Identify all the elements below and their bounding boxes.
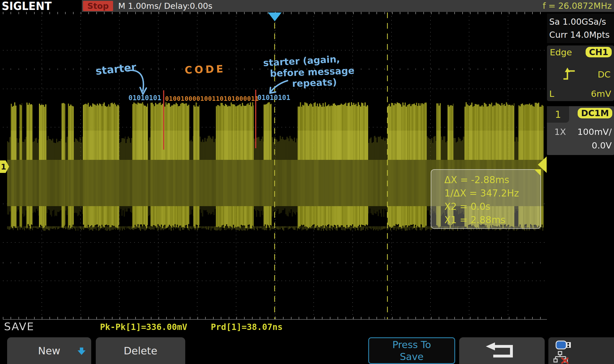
channel-1-tab: 1 bbox=[547, 106, 569, 123]
trigger-coupling-label: DC bbox=[598, 69, 611, 80]
overlay-layer: 01010101 010010000100110101000011 010101… bbox=[0, 0, 614, 364]
channel-1-number: 1 bbox=[555, 109, 561, 120]
channel-coupling-badge: DC1M bbox=[578, 108, 612, 118]
channel-1-marker-label: 1 bbox=[1, 162, 6, 171]
trigger-level-value: 6mV bbox=[591, 89, 611, 99]
menu-title: SAVE bbox=[4, 320, 34, 333]
trigger-level-letter: L bbox=[549, 89, 554, 99]
memory-depth: Curr 14.0Mpts bbox=[549, 28, 612, 41]
channel-offset: 0.0V bbox=[592, 140, 612, 150]
status-row: SAVE Pk-Pk[1]=336.00mV Prd[1]=38.07ns bbox=[0, 320, 614, 337]
back-button[interactable] bbox=[459, 337, 545, 364]
volts-per-div: 100mV/ bbox=[577, 127, 612, 137]
new-button[interactable]: New bbox=[7, 337, 91, 364]
code-label: CODE bbox=[184, 63, 226, 76]
press-to-save-button[interactable]: Press To Save bbox=[368, 337, 455, 364]
press-to-save-line1: Press To bbox=[392, 339, 431, 351]
oscilloscope-screen: SIGLENT Stop M 1.00ms/ Delay:0.00s f = 2… bbox=[0, 0, 614, 364]
cursor-box-corner-icon bbox=[534, 169, 541, 176]
trigger-position-marker[interactable] bbox=[268, 12, 282, 21]
bits-code: 010010000100110101000011 bbox=[165, 95, 259, 102]
pkpk-measurement: Pk-Pk[1]=336.00mV bbox=[100, 322, 187, 332]
period-measurement: Prd[1]=38.07ns bbox=[211, 322, 283, 332]
cursor-delta-x: ΔX = -2.88ms bbox=[444, 173, 540, 187]
down-arrow-icon bbox=[77, 347, 86, 355]
soft-menu-bar: New Delete Press To Save bbox=[0, 337, 614, 364]
code-start-marker-line bbox=[163, 90, 164, 150]
starter-again-label-line3: repeats) bbox=[292, 76, 337, 89]
cursor-measurement-box: ΔX = -2.88ms 1/ΔX = 347.2Hz X2 = 0.0s X1… bbox=[431, 169, 541, 229]
cursor-x1: X1 = 2.88ms bbox=[444, 213, 540, 227]
delete-button[interactable]: Delete bbox=[96, 337, 185, 364]
right-sidebar: Sa 1.00GSa/s Curr 14.0Mpts Edge CH1 DC L… bbox=[547, 12, 614, 319]
delete-button-label: Delete bbox=[124, 345, 157, 357]
channel-1-marker[interactable]: 1 bbox=[0, 160, 9, 173]
trigger-source-badge: CH1 bbox=[586, 47, 612, 57]
x1-cursor-line[interactable] bbox=[387, 12, 388, 319]
sample-rate: Sa 1.00GSa/s bbox=[549, 15, 612, 28]
peripherals-panel bbox=[548, 337, 614, 364]
probe-attenuation: 1X bbox=[554, 127, 566, 137]
lan-disconnected-icon bbox=[553, 351, 571, 364]
new-button-label: New bbox=[38, 345, 61, 357]
press-to-save-line2: Save bbox=[400, 351, 423, 363]
starter-arrow bbox=[126, 69, 152, 97]
rising-edge-icon bbox=[562, 66, 576, 81]
trigger-mode-label: Edge bbox=[550, 47, 572, 57]
starter-again-arrow bbox=[267, 79, 289, 96]
cursor-inverse-delta-x: 1/ΔX = 347.2Hz bbox=[444, 187, 540, 200]
trigger-panel[interactable]: Edge CH1 DC L 6mV bbox=[547, 45, 614, 101]
cursor-x2: X2 = 0.0s bbox=[444, 200, 540, 213]
acquisition-panel: Sa 1.00GSa/s Curr 14.0Mpts bbox=[547, 14, 614, 43]
channel-1-panel[interactable]: 1 DC1M 1X 100mV/ 0.0V bbox=[547, 106, 614, 155]
return-arrow-icon bbox=[484, 342, 521, 359]
usb-device-icon bbox=[555, 340, 573, 350]
